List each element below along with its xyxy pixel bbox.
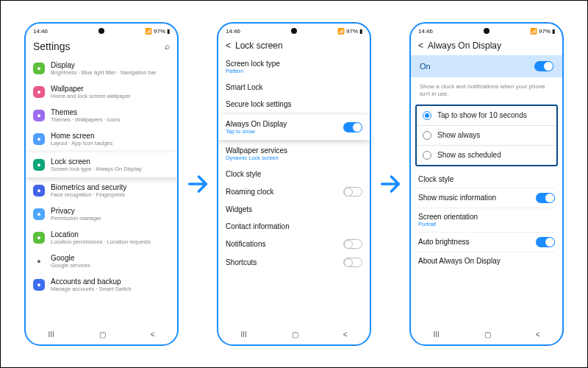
toggle[interactable] — [343, 122, 362, 132]
nav-recents-icon[interactable]: III — [433, 330, 439, 339]
lockscreen-row[interactable]: Contact information — [218, 218, 370, 235]
row-label: Privacy — [51, 207, 170, 215]
lockscreen-row[interactable]: Clock style — [218, 166, 370, 183]
on-label: On — [420, 62, 431, 71]
nav-back-icon[interactable]: < — [536, 330, 540, 339]
notch — [484, 28, 490, 34]
settings-row[interactable]: ●PrivacyPermission manager — [26, 202, 177, 226]
toggle[interactable] — [536, 193, 555, 203]
row-label: Screen lock type — [226, 60, 362, 68]
status-right: 📶 97% ▮ — [530, 28, 555, 35]
settings-row[interactable]: ●Lock screenScreen lock type · Always On… — [26, 152, 177, 177]
nav-back-icon[interactable]: < — [343, 330, 348, 339]
lockscreen-row[interactable]: Screen lock typePattern — [218, 55, 370, 79]
lockscreen-row[interactable]: Secure lock settings — [218, 96, 370, 113]
nav-recents-icon[interactable]: III — [240, 330, 246, 339]
settings-row[interactable]: ●DisplayBrightness · Blue light filter ·… — [26, 57, 177, 80]
row-label: Clock style — [226, 170, 362, 178]
row-sub: Face recognition · Fingerprints — [51, 191, 170, 198]
nav-back-icon[interactable]: < — [151, 330, 155, 339]
lockscreen-row[interactable]: Notifications — [218, 235, 370, 253]
radio-label: Show always — [437, 131, 480, 139]
notch — [98, 28, 104, 34]
row-label: Contact information — [226, 222, 362, 230]
header: Settings ⌕ — [26, 36, 177, 57]
status-time: 14:46 — [226, 28, 240, 35]
row-label: Show music information — [418, 194, 530, 202]
status-time: 14:46 — [33, 28, 48, 35]
row-label: About Always On Display — [418, 257, 555, 265]
row-label: Widgets — [226, 205, 362, 213]
toggle[interactable] — [343, 239, 362, 249]
row-sub: Pattern — [226, 68, 362, 74]
row-label: Display — [51, 61, 170, 69]
aod-row[interactable]: Screen orientationPortrait — [411, 208, 562, 232]
toggle[interactable] — [343, 187, 362, 197]
settings-row[interactable]: ●LocationLocation permissions · Location… — [26, 226, 177, 250]
settings-row[interactable]: ●ThemesThemes · Wallpapers · Icons — [26, 104, 177, 127]
lockscreen-row[interactable]: Shortcuts — [218, 253, 370, 272]
settings-row[interactable]: ●Home screenLayout · App icon badges — [26, 127, 177, 151]
row-sub: Dynamic Lock screen — [226, 155, 362, 161]
row-sub: Brightness · Blue light filter · Navigat… — [51, 69, 170, 76]
search-icon[interactable]: ⌕ — [165, 41, 170, 52]
radio-option[interactable]: Tap to show for 10 seconds — [417, 106, 556, 125]
nav-home-icon[interactable]: ▢ — [484, 330, 491, 339]
aod-row[interactable]: Show music information — [411, 188, 562, 208]
settings-row[interactable]: ●Accounts and backupManage accounts · Sm… — [26, 273, 177, 297]
settings-row[interactable]: ●WallpaperHome and lock screen wallpaper — [26, 80, 177, 104]
phone-lock-screen: 14:46 📶 97% ▮ < Lock screen Screen lock … — [217, 22, 371, 346]
nav-home-icon[interactable]: ▢ — [292, 330, 298, 339]
nav-recents-icon[interactable]: III — [48, 330, 54, 339]
row-label: Biometrics and security — [51, 183, 170, 191]
back-icon[interactable]: < — [226, 40, 231, 51]
page-title: Always On Display — [428, 40, 555, 51]
row-label: Clock style — [418, 175, 555, 183]
lockscreen-row[interactable]: Smart Lock — [218, 79, 370, 96]
row-label: Google — [51, 254, 170, 262]
header: < Lock screen — [218, 36, 370, 55]
back-icon[interactable]: < — [418, 40, 423, 51]
row-label: Roaming clock — [226, 188, 337, 196]
on-banner[interactable]: On — [411, 55, 562, 77]
row-label: Smart Lock — [226, 83, 362, 91]
settings-row[interactable]: ●Biometrics and securityFace recognition… — [26, 179, 177, 202]
nav-bar: III ▢ < — [411, 326, 562, 344]
location-icon: ● — [33, 232, 45, 244]
nav-home-icon[interactable]: ▢ — [99, 330, 106, 339]
aod-row[interactable]: About Always On Display — [411, 252, 562, 269]
row-sub: Manage accounts · Smart Switch — [51, 286, 170, 292]
status-right: 📶 97% ▮ — [337, 28, 362, 35]
notch — [291, 28, 297, 34]
privacy-icon: ● — [33, 208, 45, 220]
row-label: Notifications — [226, 240, 337, 248]
radio-option[interactable]: Show as scheduled — [417, 145, 556, 165]
radio-option[interactable]: Show always — [417, 125, 556, 145]
nav-bar: III ▢ < — [26, 326, 177, 344]
row-label: Accounts and backup — [51, 277, 170, 286]
aod-row[interactable]: Clock style — [411, 171, 562, 188]
lockscreen-row[interactable]: Roaming clock — [218, 183, 370, 201]
radio-circle-icon — [423, 151, 431, 160]
lockscreen-row[interactable]: Widgets — [218, 201, 370, 218]
toggle[interactable] — [536, 237, 555, 247]
lockscreen-row[interactable]: Always On DisplayTap to show — [218, 115, 370, 140]
aod-row[interactable]: Auto brightness — [411, 233, 562, 252]
biometrics-icon: ● — [33, 185, 45, 197]
themes-icon: ● — [33, 110, 45, 121]
on-toggle[interactable] — [534, 61, 553, 71]
row-sub: Location permissions · Location requests — [51, 238, 170, 245]
row-label: Home screen — [51, 132, 170, 140]
row-sub: Portrait — [418, 221, 555, 227]
settings-row[interactable]: ●GoogleGoogle services — [26, 250, 177, 273]
toggle[interactable] — [343, 258, 362, 267]
row-sub: Layout · App icon badges — [51, 140, 170, 146]
aod-hint: Show a clock and notifications when your… — [411, 80, 562, 105]
header: < Always On Display — [411, 36, 562, 55]
lockscreen-row[interactable]: Wallpaper servicesDynamic Lock screen — [218, 142, 370, 166]
row-label: Screen orientation — [418, 213, 555, 221]
row-label: Always On Display — [226, 120, 337, 128]
radio-circle-icon — [423, 111, 431, 120]
radio-label: Show as scheduled — [437, 151, 501, 159]
row-sub: Permission manager — [51, 215, 170, 222]
